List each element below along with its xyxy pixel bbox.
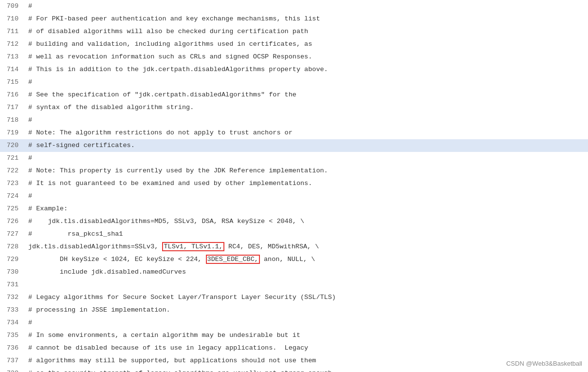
line-content: # bbox=[24, 190, 32, 203]
line-number: 721 bbox=[0, 152, 24, 165]
line-content: include jdk.disabled.namedCurves bbox=[24, 266, 186, 279]
line-number: 726 bbox=[0, 215, 24, 228]
table-row: 715# bbox=[0, 76, 588, 89]
table-row: 710# For PKI-based peer authentication a… bbox=[0, 13, 588, 25]
line-content: # jdk.tls.disabledAlgorithms=MD5, SSLv3,… bbox=[24, 215, 304, 228]
table-row: 731 bbox=[0, 279, 588, 291]
table-row: 735# In some environments, a certain alg… bbox=[0, 329, 588, 342]
table-row: 726# jdk.tls.disabledAlgorithms=MD5, SSL… bbox=[0, 215, 588, 228]
line-number: 715 bbox=[0, 76, 24, 89]
line-content: # building and validation, including alg… bbox=[24, 38, 312, 51]
watermark: CSDN @Web3&Basketball bbox=[506, 360, 582, 367]
table-row: 720# self-signed certificates. bbox=[0, 139, 588, 152]
line-number: 733 bbox=[0, 304, 24, 316]
line-content: # bbox=[24, 152, 32, 165]
line-content: # self-signed certificates. bbox=[24, 139, 135, 152]
line-content: # Note: This property is currently used … bbox=[24, 165, 328, 177]
line-number: 717 bbox=[0, 101, 24, 114]
table-row: 738# as the security strength of legacy … bbox=[0, 367, 588, 372]
line-content: # well as revocation information such as… bbox=[24, 51, 312, 63]
line-number: 709 bbox=[0, 0, 24, 13]
highlighted-algorithms-tlsv1: TLSv1, TLSv1.1, bbox=[162, 242, 224, 251]
table-row: 721# bbox=[0, 152, 588, 165]
line-number: 710 bbox=[0, 13, 24, 25]
line-number: 737 bbox=[0, 354, 24, 367]
code-container: 709#710# For PKI-based peer authenticati… bbox=[0, 0, 588, 372]
line-number: 725 bbox=[0, 203, 24, 215]
line-number: 728 bbox=[0, 241, 24, 253]
table-row: 713# well as revocation information such… bbox=[0, 51, 588, 63]
line-number: 714 bbox=[0, 63, 24, 76]
line-number: 729 bbox=[0, 253, 24, 266]
line-number: 712 bbox=[0, 38, 24, 51]
table-row: 725# Example: bbox=[0, 203, 588, 215]
table-row: 724# bbox=[0, 190, 588, 203]
line-content: jdk.tls.disabledAlgorithms=SSLv3, TLSv1,… bbox=[24, 241, 319, 253]
line-number: 736 bbox=[0, 342, 24, 354]
line-number: 722 bbox=[0, 165, 24, 177]
table-row: 711# of disabled algorithms will also be… bbox=[0, 25, 588, 38]
table-row: 728jdk.tls.disabledAlgorithms=SSLv3, TLS… bbox=[0, 241, 588, 253]
line-number: 738 bbox=[0, 367, 24, 372]
line-content: # Legacy algorithms for Secure Socket La… bbox=[24, 291, 336, 304]
line-number: 732 bbox=[0, 291, 24, 304]
table-row: 723# It is not guaranteed to be examined… bbox=[0, 177, 588, 190]
line-content: # Example: bbox=[24, 203, 68, 215]
highlighted-algorithm-3des: 3DES_EDE_CBC, bbox=[206, 255, 260, 264]
line-content: # cannot be disabled because of its use … bbox=[24, 342, 308, 354]
line-content: DH keySize < 1024, EC keySize < 224, 3DE… bbox=[24, 253, 315, 266]
table-row: 737# algorithms may still be supported, … bbox=[0, 354, 588, 367]
line-content: # as the security strength of legacy alg… bbox=[24, 367, 332, 372]
line-number: 734 bbox=[0, 316, 24, 329]
table-row: 719# Note: The algorithm restrictions do… bbox=[0, 127, 588, 139]
line-number: 719 bbox=[0, 127, 24, 139]
line-content: # algorithms may still be supported, but… bbox=[24, 354, 316, 367]
line-content: # Note: The algorithm restrictions do no… bbox=[24, 127, 293, 139]
line-number: 713 bbox=[0, 51, 24, 63]
code-lines: 709#710# For PKI-based peer authenticati… bbox=[0, 0, 588, 372]
table-row: 734# bbox=[0, 316, 588, 329]
table-row: 712# building and validation, including … bbox=[0, 38, 588, 51]
table-row: 732# Legacy algorithms for Secure Socket… bbox=[0, 291, 588, 304]
line-number: 731 bbox=[0, 279, 24, 291]
table-row: 727# rsa_pkcs1_sha1 bbox=[0, 228, 588, 241]
line-content: # bbox=[24, 316, 32, 329]
line-number: 724 bbox=[0, 190, 24, 203]
table-row: 709# bbox=[0, 0, 588, 13]
line-number: 718 bbox=[0, 114, 24, 127]
line-content: # bbox=[24, 114, 32, 127]
table-row: 718# bbox=[0, 114, 588, 127]
line-number: 716 bbox=[0, 89, 24, 101]
table-row: 722# Note: This property is currently us… bbox=[0, 165, 588, 177]
line-content: # It is not guaranteed to be examined an… bbox=[24, 177, 312, 190]
line-number: 735 bbox=[0, 329, 24, 342]
line-content: # rsa_pkcs1_sha1 bbox=[24, 228, 123, 241]
line-content: # For PKI-based peer authentication and … bbox=[24, 13, 320, 25]
line-content: # syntax of the disabled algorithm strin… bbox=[24, 101, 194, 114]
table-row: 736# cannot be disabled because of its u… bbox=[0, 342, 588, 354]
line-content: # of disabled algorithms will also be ch… bbox=[24, 25, 308, 38]
line-content: # processing in JSSE implementation. bbox=[24, 304, 170, 316]
table-row: 714# This is in addition to the jdk.cert… bbox=[0, 63, 588, 76]
line-number: 730 bbox=[0, 266, 24, 279]
line-content: # See the specification of "jdk.certpath… bbox=[24, 89, 296, 101]
line-content: # bbox=[24, 76, 32, 89]
line-number: 723 bbox=[0, 177, 24, 190]
line-content: # bbox=[24, 0, 32, 13]
line-content: # In some environments, a certain algori… bbox=[24, 329, 300, 342]
table-row: 716# See the specification of "jdk.certp… bbox=[0, 89, 588, 101]
table-row: 733# processing in JSSE implementation. bbox=[0, 304, 588, 316]
line-number: 711 bbox=[0, 25, 24, 38]
line-number: 727 bbox=[0, 228, 24, 241]
line-number: 720 bbox=[0, 139, 24, 152]
table-row: 730 include jdk.disabled.namedCurves bbox=[0, 266, 588, 279]
table-row: 717# syntax of the disabled algorithm st… bbox=[0, 101, 588, 114]
table-row: 729 DH keySize < 1024, EC keySize < 224,… bbox=[0, 253, 588, 266]
line-content: # This is in addition to the jdk.certpat… bbox=[24, 63, 328, 76]
